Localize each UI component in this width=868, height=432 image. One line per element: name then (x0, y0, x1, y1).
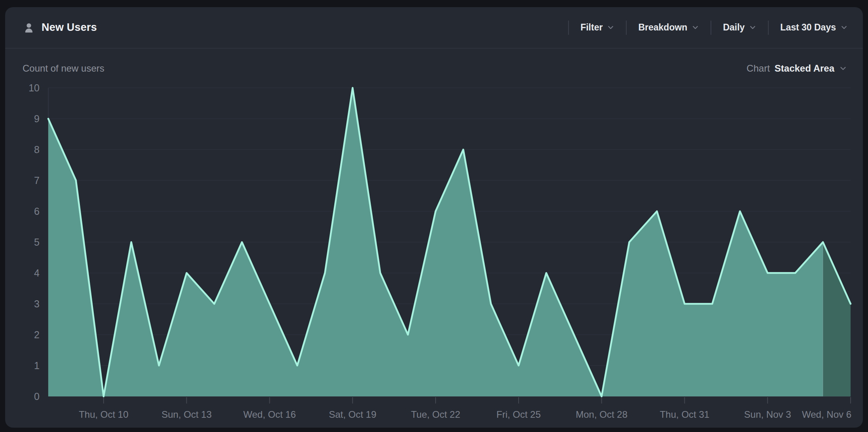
chart-type-caption: Chart (747, 63, 770, 74)
chevron-down-icon (607, 24, 614, 31)
user-icon (23, 21, 35, 34)
y-axis-label: 6 (34, 206, 40, 217)
filter-dropdown[interactable]: Filter (569, 22, 626, 33)
y-axis-label: 8 (34, 144, 40, 155)
x-axis-label: Tue, Oct 22 (411, 409, 461, 420)
x-axis-label: Thu, Oct 10 (79, 409, 128, 420)
y-axis-label: 3 (34, 298, 40, 309)
widget-title: New Users (42, 21, 97, 34)
chart-subheader: Count of new users Chart Stacked Area (5, 58, 863, 79)
x-axis-label: Thu, Oct 31 (660, 409, 709, 420)
x-axis-label: Mon, Oct 28 (576, 409, 627, 420)
chevron-down-icon (840, 24, 848, 31)
widget-title-group: New Users (23, 21, 97, 34)
y-axis-label: 9 (34, 113, 40, 124)
y-axis-label: 7 (34, 175, 40, 186)
x-axis-label: Wed, Nov 6 (802, 409, 851, 420)
y-axis-label: 2 (34, 329, 40, 340)
y-axis-label: 10 (28, 82, 40, 93)
chart-type-value: Stacked Area (775, 63, 834, 74)
breakdown-dropdown[interactable]: Breakdown (627, 22, 711, 33)
y-axis-label: 5 (34, 237, 40, 248)
x-axis-label: Sun, Nov 3 (744, 409, 791, 420)
x-axis-label: Sun, Oct 13 (161, 409, 212, 420)
metric-label: Count of new users (23, 63, 104, 74)
widget-header: New Users Filter Breakdown Daily (5, 7, 863, 49)
chart-type-dropdown[interactable]: Chart Stacked Area (747, 63, 847, 74)
chevron-down-icon (839, 64, 847, 72)
y-axis-label: 0 (34, 391, 40, 402)
y-axis-label: 4 (34, 267, 40, 279)
granularity-dropdown[interactable]: Daily (711, 22, 768, 33)
chevron-down-icon (692, 24, 699, 31)
header-controls: Filter Breakdown Daily Las (568, 7, 849, 48)
x-axis-label: Wed, Oct 16 (243, 409, 296, 420)
x-axis-label: Sat, Oct 19 (329, 409, 376, 420)
x-axis-label: Fri, Oct 25 (497, 409, 541, 420)
y-axis-label: 1 (34, 360, 40, 371)
chevron-down-icon (749, 24, 756, 31)
date-range-dropdown[interactable]: Last 30 Days (769, 22, 849, 33)
new-users-widget: 012345678910Thu, Oct 10Sun, Oct 13Wed, O… (5, 7, 863, 428)
